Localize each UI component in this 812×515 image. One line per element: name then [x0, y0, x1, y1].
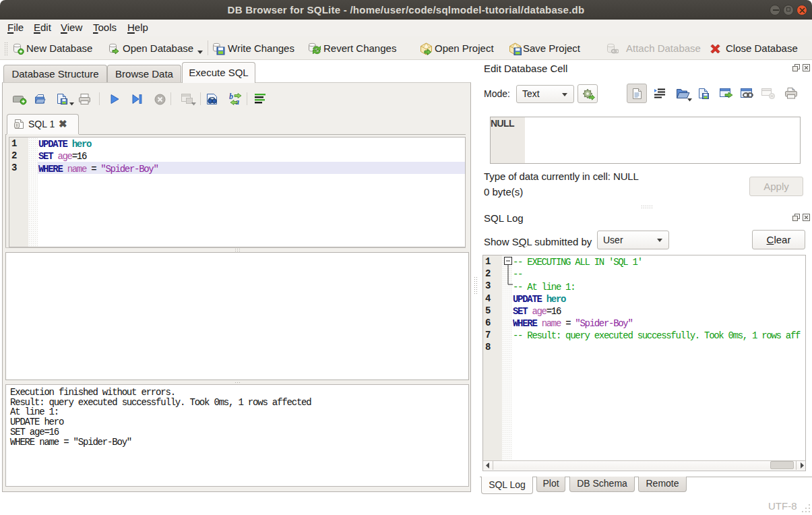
svg-text:b: b	[229, 92, 233, 101]
svg-text:a: a	[235, 97, 239, 105]
